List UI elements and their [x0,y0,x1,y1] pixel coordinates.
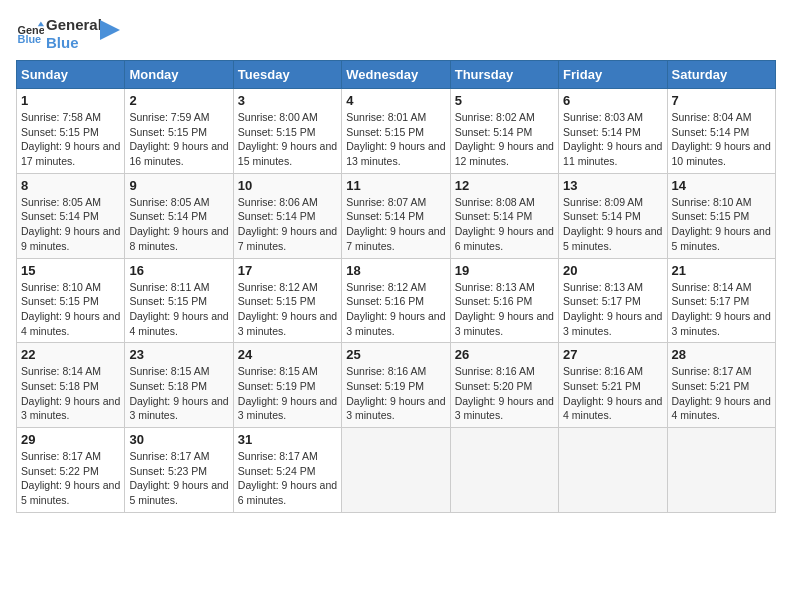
calendar-cell: 28Sunrise: 8:17 AMSunset: 5:21 PMDayligh… [667,343,775,428]
day-number: 25 [346,347,445,362]
calendar-cell [450,428,558,513]
day-number: 23 [129,347,228,362]
day-info: Sunrise: 8:09 AMSunset: 5:14 PMDaylight:… [563,195,662,254]
day-info: Sunrise: 8:13 AMSunset: 5:17 PMDaylight:… [563,280,662,339]
logo-general: General [46,16,102,34]
logo: General Blue General Blue [16,16,120,52]
calendar-cell: 11Sunrise: 8:07 AMSunset: 5:14 PMDayligh… [342,173,450,258]
day-info: Sunrise: 7:58 AMSunset: 5:15 PMDaylight:… [21,110,120,169]
calendar-week-2: 8Sunrise: 8:05 AMSunset: 5:14 PMDaylight… [17,173,776,258]
calendar-cell: 25Sunrise: 8:16 AMSunset: 5:19 PMDayligh… [342,343,450,428]
day-info: Sunrise: 8:13 AMSunset: 5:16 PMDaylight:… [455,280,554,339]
day-number: 6 [563,93,662,108]
calendar-cell: 30Sunrise: 8:17 AMSunset: 5:23 PMDayligh… [125,428,233,513]
day-info: Sunrise: 8:17 AMSunset: 5:21 PMDaylight:… [672,364,771,423]
day-number: 14 [672,178,771,193]
day-info: Sunrise: 8:00 AMSunset: 5:15 PMDaylight:… [238,110,337,169]
calendar-cell: 31Sunrise: 8:17 AMSunset: 5:24 PMDayligh… [233,428,341,513]
weekday-header-thursday: Thursday [450,61,558,89]
logo-blue: Blue [46,34,102,52]
calendar-cell: 3Sunrise: 8:00 AMSunset: 5:15 PMDaylight… [233,89,341,174]
day-info: Sunrise: 8:11 AMSunset: 5:15 PMDaylight:… [129,280,228,339]
day-number: 12 [455,178,554,193]
day-info: Sunrise: 8:16 AMSunset: 5:19 PMDaylight:… [346,364,445,423]
logo-icon: General Blue [16,20,44,48]
calendar-cell: 20Sunrise: 8:13 AMSunset: 5:17 PMDayligh… [559,258,667,343]
weekday-header-friday: Friday [559,61,667,89]
day-info: Sunrise: 8:12 AMSunset: 5:15 PMDaylight:… [238,280,337,339]
day-info: Sunrise: 8:10 AMSunset: 5:15 PMDaylight:… [672,195,771,254]
day-number: 18 [346,263,445,278]
calendar-cell: 14Sunrise: 8:10 AMSunset: 5:15 PMDayligh… [667,173,775,258]
day-number: 24 [238,347,337,362]
calendar-cell: 18Sunrise: 8:12 AMSunset: 5:16 PMDayligh… [342,258,450,343]
calendar-week-5: 29Sunrise: 8:17 AMSunset: 5:22 PMDayligh… [17,428,776,513]
calendar-cell: 29Sunrise: 8:17 AMSunset: 5:22 PMDayligh… [17,428,125,513]
logo-chevron-icon [100,20,120,40]
day-info: Sunrise: 8:02 AMSunset: 5:14 PMDaylight:… [455,110,554,169]
calendar-week-1: 1Sunrise: 7:58 AMSunset: 5:15 PMDaylight… [17,89,776,174]
calendar-body: 1Sunrise: 7:58 AMSunset: 5:15 PMDaylight… [17,89,776,513]
day-number: 26 [455,347,554,362]
day-number: 5 [455,93,554,108]
calendar-cell: 5Sunrise: 8:02 AMSunset: 5:14 PMDaylight… [450,89,558,174]
day-number: 21 [672,263,771,278]
day-number: 28 [672,347,771,362]
calendar-week-3: 15Sunrise: 8:10 AMSunset: 5:15 PMDayligh… [17,258,776,343]
day-info: Sunrise: 8:16 AMSunset: 5:20 PMDaylight:… [455,364,554,423]
day-number: 19 [455,263,554,278]
calendar-header-row: SundayMondayTuesdayWednesdayThursdayFrid… [17,61,776,89]
weekday-header-tuesday: Tuesday [233,61,341,89]
svg-marker-3 [100,20,120,40]
day-number: 20 [563,263,662,278]
day-number: 17 [238,263,337,278]
calendar-cell: 17Sunrise: 8:12 AMSunset: 5:15 PMDayligh… [233,258,341,343]
day-info: Sunrise: 8:08 AMSunset: 5:14 PMDaylight:… [455,195,554,254]
day-info: Sunrise: 8:10 AMSunset: 5:15 PMDaylight:… [21,280,120,339]
day-number: 13 [563,178,662,193]
day-number: 15 [21,263,120,278]
calendar-cell [559,428,667,513]
day-number: 31 [238,432,337,447]
day-info: Sunrise: 8:16 AMSunset: 5:21 PMDaylight:… [563,364,662,423]
weekday-header-saturday: Saturday [667,61,775,89]
day-info: Sunrise: 8:15 AMSunset: 5:18 PMDaylight:… [129,364,228,423]
day-info: Sunrise: 8:17 AMSunset: 5:22 PMDaylight:… [21,449,120,508]
day-number: 2 [129,93,228,108]
day-number: 11 [346,178,445,193]
day-info: Sunrise: 8:14 AMSunset: 5:18 PMDaylight:… [21,364,120,423]
calendar-cell: 4Sunrise: 8:01 AMSunset: 5:15 PMDaylight… [342,89,450,174]
page-header: General Blue General Blue [16,16,776,52]
calendar-cell: 1Sunrise: 7:58 AMSunset: 5:15 PMDaylight… [17,89,125,174]
weekday-header-wednesday: Wednesday [342,61,450,89]
day-number: 4 [346,93,445,108]
day-info: Sunrise: 8:17 AMSunset: 5:23 PMDaylight:… [129,449,228,508]
calendar-cell: 10Sunrise: 8:06 AMSunset: 5:14 PMDayligh… [233,173,341,258]
day-info: Sunrise: 7:59 AMSunset: 5:15 PMDaylight:… [129,110,228,169]
day-info: Sunrise: 8:01 AMSunset: 5:15 PMDaylight:… [346,110,445,169]
calendar-cell: 7Sunrise: 8:04 AMSunset: 5:14 PMDaylight… [667,89,775,174]
day-info: Sunrise: 8:06 AMSunset: 5:14 PMDaylight:… [238,195,337,254]
day-number: 29 [21,432,120,447]
calendar-cell: 8Sunrise: 8:05 AMSunset: 5:14 PMDaylight… [17,173,125,258]
day-info: Sunrise: 8:12 AMSunset: 5:16 PMDaylight:… [346,280,445,339]
day-number: 22 [21,347,120,362]
calendar-cell: 9Sunrise: 8:05 AMSunset: 5:14 PMDaylight… [125,173,233,258]
day-info: Sunrise: 8:05 AMSunset: 5:14 PMDaylight:… [129,195,228,254]
calendar-cell: 13Sunrise: 8:09 AMSunset: 5:14 PMDayligh… [559,173,667,258]
calendar-week-4: 22Sunrise: 8:14 AMSunset: 5:18 PMDayligh… [17,343,776,428]
calendar-cell: 12Sunrise: 8:08 AMSunset: 5:14 PMDayligh… [450,173,558,258]
calendar-cell: 26Sunrise: 8:16 AMSunset: 5:20 PMDayligh… [450,343,558,428]
calendar-cell: 15Sunrise: 8:10 AMSunset: 5:15 PMDayligh… [17,258,125,343]
weekday-header-sunday: Sunday [17,61,125,89]
calendar-cell: 22Sunrise: 8:14 AMSunset: 5:18 PMDayligh… [17,343,125,428]
calendar-cell: 6Sunrise: 8:03 AMSunset: 5:14 PMDaylight… [559,89,667,174]
day-number: 16 [129,263,228,278]
weekday-header-monday: Monday [125,61,233,89]
calendar-cell: 2Sunrise: 7:59 AMSunset: 5:15 PMDaylight… [125,89,233,174]
calendar-cell [667,428,775,513]
calendar-cell: 16Sunrise: 8:11 AMSunset: 5:15 PMDayligh… [125,258,233,343]
day-info: Sunrise: 8:14 AMSunset: 5:17 PMDaylight:… [672,280,771,339]
day-number: 8 [21,178,120,193]
day-info: Sunrise: 8:15 AMSunset: 5:19 PMDaylight:… [238,364,337,423]
